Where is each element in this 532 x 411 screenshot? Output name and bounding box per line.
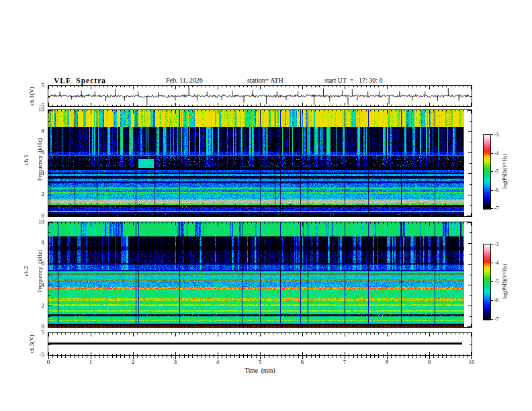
- x-tick-label: 7: [337, 359, 352, 365]
- x-tick-label: 6: [295, 359, 310, 365]
- colorbar-2-label: log(PSD)(V²/Hz): [502, 264, 508, 299]
- x-tick-label: 9: [422, 359, 437, 365]
- ch1-spectrogram-panel: [48, 109, 472, 217]
- ch3-flat-line-plot: [48, 333, 472, 355]
- colorbar-tick-mark: [490, 281, 493, 282]
- colorbar-2-tick-label: -7: [494, 316, 498, 322]
- ch1_wave-y-tick-label: -5: [24, 102, 44, 109]
- colorbar-1-tick-label: -4: [494, 150, 498, 156]
- colorbar-tick-mark: [490, 190, 493, 191]
- colorbar-1-label: log(PSD)(V²/Hz): [502, 154, 508, 189]
- x-tick-label: 10: [464, 359, 479, 365]
- station-label: station= ATH: [247, 77, 283, 84]
- spec2-ylabel: ch.2 Frequency (kHz): [16, 220, 50, 328]
- x-tick-label: 8: [380, 359, 394, 365]
- x-tick-label: 5: [253, 359, 267, 365]
- x-axis-title: Time (min): [230, 367, 290, 374]
- ch1_wave-y-tick-label: 5: [24, 82, 44, 89]
- colorbar-1: [483, 134, 491, 210]
- colorbar-2-tick-label: -5: [494, 279, 498, 285]
- ch2-spectrogram-panel: [48, 222, 472, 328]
- x-tick-label: 2: [126, 359, 140, 365]
- colorbar-1-tick-label: -7: [494, 205, 498, 212]
- ch2-spectrogram-plot: [48, 222, 472, 327]
- x-tick-label: 3: [168, 359, 183, 365]
- spec2-ylabel-line1: ch.2: [23, 266, 30, 276]
- ch3-y-tick-label: -5: [24, 351, 44, 358]
- colorbar-tick-mark: [490, 319, 493, 320]
- ch3-ylabel: ch.3(V): [28, 334, 35, 353]
- colorbar-2-tick-label: -3: [494, 241, 498, 247]
- colorbar-2-tick-label: -4: [494, 260, 498, 266]
- colorbar-1-tick-label: -3: [494, 132, 498, 138]
- spec1-ylabel: ch.1 Frequency (kHz): [16, 109, 50, 216]
- colorbar-1-tick-label: -6: [494, 187, 498, 193]
- x-tick-label: 1: [83, 359, 98, 365]
- figure-date: Feb. 11, 2026: [166, 77, 203, 84]
- ch1-spectrogram-plot: [48, 110, 472, 216]
- spec2-y-tick-label: 2: [24, 302, 44, 309]
- ch1-waveform-plot: [48, 86, 472, 106]
- colorbar-tick-mark: [490, 244, 493, 244]
- colorbar-tick-mark: [490, 153, 493, 154]
- start-ut-label: start UT = 17: 30: 0: [324, 77, 383, 84]
- spec2-y-tick-label: 10: [24, 218, 44, 225]
- x-tick-label: 0: [41, 359, 56, 365]
- colorbar-tick-mark: [490, 134, 493, 135]
- spec1-y-tick-label: 2: [24, 191, 44, 197]
- spec1-y-tick-label: 4: [24, 170, 44, 177]
- spec2-y-tick-label: 6: [24, 260, 44, 267]
- spec1-ylabel-line1: ch.1: [23, 154, 30, 165]
- vlf-spectra-figure: VLF Spectra Feb. 11, 2026 station= ATH s…: [0, 0, 532, 411]
- spec1-y-tick-label: 6: [24, 148, 44, 155]
- spec2-y-tick-label: 4: [24, 281, 44, 288]
- colorbar-tick-mark: [490, 208, 493, 209]
- colorbar-tick-mark: [490, 300, 493, 301]
- colorbar-2-tick-label: -6: [494, 298, 498, 304]
- colorbar-1-tick-label: -5: [494, 169, 498, 175]
- colorbar-2: [483, 244, 491, 320]
- figure-title: VLF Spectra: [54, 77, 106, 85]
- x-tick-label: 4: [210, 359, 225, 365]
- ch1-waveform-panel: [48, 85, 472, 107]
- ch3-waveform-panel: [48, 332, 472, 356]
- ch3-y-tick-label: 5: [24, 329, 44, 336]
- colorbar-tick-mark: [490, 171, 493, 172]
- spec1-y-tick-label: 8: [24, 128, 44, 134]
- spec2-y-tick-label: 8: [24, 239, 44, 246]
- colorbar-tick-mark: [490, 263, 493, 263]
